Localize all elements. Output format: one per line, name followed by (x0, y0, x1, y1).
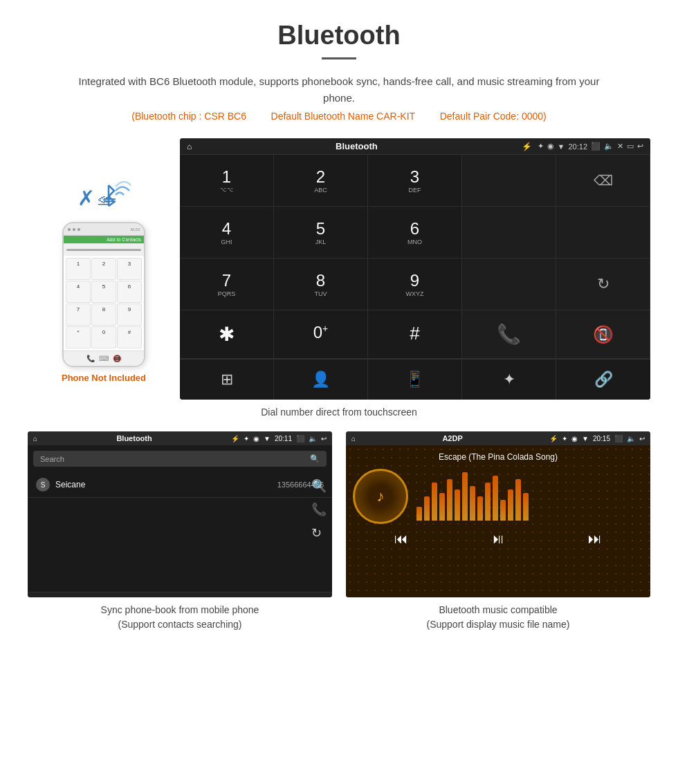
a2dp-wifi-icon: ▼ (582, 435, 589, 442)
pb-home-icon[interactable]: ⌂ (33, 435, 37, 442)
pb-wifi-icon: ▼ (264, 435, 271, 442)
phonebook-caption: Sync phone-book from mobile phone (Suppo… (28, 603, 332, 632)
dial-key-9[interactable]: 9WXYZ (368, 259, 462, 310)
dial-wifi-icon: ▼ (558, 142, 565, 151)
dial-nav-grid[interactable]: ⊞ (180, 360, 274, 400)
dial-bt-icon: ✦ (538, 142, 544, 151)
dial-key-star[interactable]: ✱ (180, 310, 274, 359)
dial-key-6[interactable]: 6MNO (368, 207, 462, 259)
a2dp-caption-line2: (Support display music file name) (427, 619, 570, 630)
pb-search-bar[interactable]: Search 🔍 (33, 451, 327, 467)
visualizer-bar (470, 486, 475, 521)
a2dp-song-title: Escape (The Pina Colada Song) (439, 452, 558, 462)
phonebook-content: Search 🔍 S Seicane 13566664466 🔍 📞 ↻ (28, 451, 332, 597)
phone-not-included-label: Phone Not Included (62, 373, 146, 383)
dial-nav-contacts[interactable]: 👤 (274, 360, 368, 400)
phonebook-caption-line1: Sync phone-book from mobile phone (101, 604, 259, 615)
redial-button[interactable]: ↻ (556, 259, 650, 310)
pb-camera-icon: ⬛ (296, 435, 304, 442)
dial-nav-bluetooth[interactable]: ✦ (462, 360, 556, 400)
a2dp-music-icon: ♪ (377, 487, 385, 505)
visualizer-bar (447, 479, 452, 521)
dial-key-1[interactable]: 1⌥⌥ (180, 155, 274, 207)
dial-status-bar: ⌂ Bluetooth ⚡ ✦ ◉ ▼ 20:12 ⬛ 🔈 ✕ ▭ ↩ (180, 138, 650, 154)
spec-code: Default Pair Code: 0000) (440, 111, 547, 122)
call-button[interactable]: 📞 (462, 310, 556, 359)
visualizer-bar (455, 489, 460, 521)
a2dp-back-icon[interactable]: ↩ (639, 435, 645, 442)
a2dp-camera-icon: ⬛ (614, 435, 623, 442)
page-title: Bluetooth (28, 21, 650, 50)
pb-right-phone[interactable]: 📞 (311, 502, 327, 517)
a2dp-visualizer (416, 472, 643, 521)
dial-volume-icon: 🔈 (604, 142, 614, 151)
dial-usb-icon: ⚡ (522, 142, 532, 151)
bluetooth-signal-icon: ✗ ⫨ ⪣ (77, 180, 131, 216)
dial-back-icon[interactable]: ↩ (637, 142, 643, 151)
pb-right-refresh[interactable]: ↻ (311, 525, 327, 541)
dial-key-5[interactable]: 5JKL (274, 207, 368, 259)
dial-key-8[interactable]: 8TUV (274, 259, 368, 310)
a2dp-content: Escape (The Pina Colada Song) ♪ ⏮ ⏯ ⏭ (346, 445, 650, 597)
visualizer-bar (477, 496, 483, 521)
dial-screen-title: Bluetooth (197, 141, 515, 151)
visualizer-bar (508, 489, 513, 521)
visualizer-bar (523, 493, 529, 521)
a2dp-home-icon[interactable]: ⌂ (351, 435, 356, 442)
pb-search-icon[interactable]: 🔍 (310, 454, 320, 463)
phone-image: M:20 Add to Contacts 123 456 789 *0# 📞 ⌨… (62, 222, 145, 367)
main-section: ✗ ⫨ ⪣ (28, 138, 650, 400)
a2dp-album-art: ♪ (353, 469, 408, 524)
visualizer-bar (493, 476, 498, 521)
pb-time: 20:11 (275, 435, 292, 442)
pb-right-icons: 🔍 📞 ↻ (311, 478, 327, 541)
end-call-button[interactable]: 📵 (556, 310, 650, 359)
phonebook-caption-line2: (Support contacts searching) (118, 619, 242, 630)
prev-button[interactable]: ⏮ (394, 531, 408, 547)
dial-home-icon[interactable]: ⌂ (187, 142, 192, 151)
dial-key-hash[interactable]: # (368, 310, 462, 359)
pb-right-search[interactable]: 🔍 (311, 478, 327, 494)
dial-key-0[interactable]: 0+ (274, 310, 368, 359)
dial-key-3[interactable]: 3DEF (368, 155, 462, 207)
pb-title: Bluetooth (42, 434, 227, 442)
pb-contact-name: Seicane (55, 480, 277, 489)
backspace-button[interactable]: ⌫ (556, 155, 650, 207)
dial-empty-3 (462, 259, 556, 310)
pb-volume-icon: 🔈 (309, 435, 317, 442)
a2dp-status-bar: ⌂ A2DP ⚡ ✦ ◉ ▼ 20:15 ⬛ 🔈 ↩ (346, 431, 650, 445)
a2dp-screenshot: ⌂ A2DP ⚡ ✦ ◉ ▼ 20:15 ⬛ 🔈 ↩ Escape (The P… (346, 431, 650, 597)
spec-name: Default Bluetooth Name CAR-KIT (271, 111, 416, 122)
pb-search-placeholder: Search (40, 455, 64, 463)
dial-nav-phone[interactable]: 📱 (368, 360, 462, 400)
a2dp-bt-icon: ✦ (562, 435, 567, 442)
page-subtitle: Integrated with BC6 Bluetooth module, su… (76, 73, 602, 106)
wifi-waves-icon: ⫨ ⪣ (96, 180, 131, 216)
pb-back-icon[interactable]: ↩ (321, 435, 327, 442)
pb-contact-avatar: S (36, 478, 50, 492)
pb-usb-icon: ⚡ (231, 435, 239, 442)
dial-caption: Dial number direct from touchscreen (28, 407, 650, 418)
dial-key-2[interactable]: 2ABC (274, 155, 368, 207)
pb-contact-row[interactable]: S Seicane 13566664466 (28, 472, 332, 498)
play-pause-button[interactable]: ⏯ (491, 531, 505, 547)
pb-bt-icon: ✦ (244, 435, 249, 442)
dial-empty-1 (462, 207, 556, 259)
visualizer-bar (439, 493, 445, 521)
pb-loc-icon: ◉ (253, 435, 259, 442)
phonebook-card: ⌂ Bluetooth ⚡ ✦ ◉ ▼ 20:11 ⬛ 🔈 ↩ Search 🔍 (28, 431, 332, 632)
dial-screen-wrap: ⌂ Bluetooth ⚡ ✦ ◉ ▼ 20:12 ⬛ 🔈 ✕ ▭ ↩ (180, 138, 650, 400)
dial-keypad: 1⌥⌥ 2ABC 3DEF ⌫ 4GHI 5JKL (180, 154, 650, 359)
spec-chip: (Bluetooth chip : CSR BC6 (131, 111, 246, 122)
dial-key-4[interactable]: 4GHI (180, 207, 274, 259)
dial-key-7[interactable]: 7PQRS (180, 259, 274, 310)
dial-nav-link[interactable]: 🔗 (556, 360, 650, 400)
a2dp-caption: Bluetooth music compatible (Support disp… (346, 603, 650, 632)
phone-side: ✗ ⫨ ⪣ (28, 138, 180, 383)
dial-camera-icon: ⬛ (591, 142, 601, 151)
phonebook-screenshot: ⌂ Bluetooth ⚡ ✦ ◉ ▼ 20:11 ⬛ 🔈 ↩ Search 🔍 (28, 431, 332, 597)
visualizer-bar (462, 472, 468, 521)
next-button[interactable]: ⏭ (588, 531, 602, 547)
a2dp-volume-icon: 🔈 (627, 435, 635, 442)
a2dp-main-area: ♪ (353, 469, 643, 524)
